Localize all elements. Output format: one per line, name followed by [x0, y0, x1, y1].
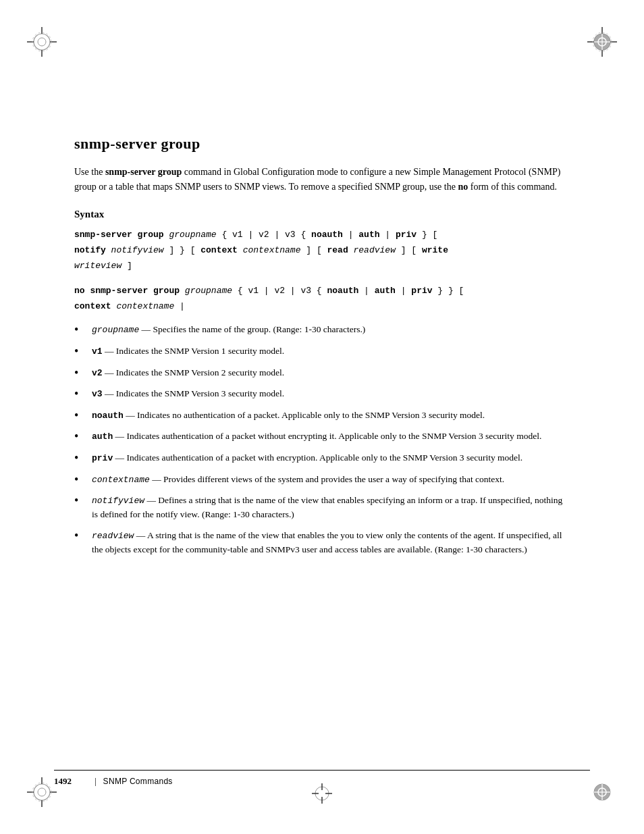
section-title: snmp-server group	[74, 135, 570, 153]
syntax-noauth: noauth	[311, 230, 343, 240]
term-v2: v2	[92, 368, 103, 378]
bullet-icon: •	[74, 451, 88, 466]
svg-point-1	[38, 38, 46, 46]
bullet-icon: •	[74, 409, 88, 423]
main-content: snmp-server group Use the snmp-server gr…	[74, 135, 570, 557]
bullet-icon: •	[74, 494, 88, 509]
syntax-bar2: |	[380, 230, 396, 240]
term-groupname: groupname	[92, 325, 139, 335]
list-item-notifyview: • notifyview — Defines a string that is …	[74, 494, 570, 522]
desc-v1: — Indicates the SNMP Version 1 security …	[103, 346, 285, 356]
svg-point-18	[34, 784, 50, 800]
syntax-rest-2: } [	[417, 230, 437, 240]
desc-auth: — Indicates authentication of a packet w…	[113, 431, 541, 441]
list-item-content: priv — Indicates authentication of a pac…	[92, 451, 522, 465]
desc-readview: — A string that is the name of the view …	[92, 530, 562, 554]
desc-v3: — Indicates the SNMP Version 3 security …	[103, 388, 285, 398]
bullet-icon: •	[74, 429, 88, 444]
syntax-no-auth: auth	[375, 286, 396, 296]
svg-point-6	[32, 32, 51, 51]
bullet-icon: •	[74, 344, 88, 359]
list-item-content: v3 — Indicates the SNMP Version 3 securi…	[92, 387, 284, 401]
syntax-end-bracket: ]	[122, 261, 132, 271]
syntax-no-bar2: |	[396, 286, 411, 296]
term-v1: v1	[92, 346, 103, 357]
bullet-icon: •	[74, 473, 88, 488]
syntax-no-bar1: |	[358, 286, 374, 296]
intro-text-start: Use the	[74, 167, 105, 177]
syntax-read-bold: read	[327, 245, 348, 255]
syntax-no-priv: priv	[411, 286, 432, 296]
parameter-list: • groupname — Specifies the name of the …	[74, 323, 570, 557]
syntax-groupname-italic: groupname	[164, 230, 217, 240]
syntax-block-2: no snmp-server group groupname { v1 | v2…	[74, 283, 570, 314]
syntax-no-ctx: contextname	[111, 301, 175, 311]
list-item-content: readview — A string that is the name of …	[92, 529, 570, 557]
page: snmp-server group Use the snmp-server gr…	[0, 0, 644, 834]
syntax-readview: readview	[348, 245, 396, 255]
syntax-rest-4: ] [	[300, 245, 327, 255]
corner-mark-tr	[576, 27, 617, 68]
list-item-v1: • v1 — Indicates the SNMP Version 1 secu…	[74, 344, 570, 359]
term-v3: v3	[92, 389, 103, 399]
intro-no: no	[458, 182, 468, 192]
syntax-notify-bold: notify	[74, 245, 106, 255]
list-item-groupname: • groupname — Specifies the name of the …	[74, 323, 570, 338]
term-contextname: contextname	[92, 475, 150, 485]
syntax-heading: Syntax	[74, 209, 570, 220]
syntax-no-pipe: |	[174, 301, 185, 311]
intro-paragraph: Use the snmp-server group command in Glo…	[74, 165, 570, 194]
desc-contextname: — Provides different views of the system…	[150, 474, 504, 484]
corner-mark-tl	[27, 27, 68, 68]
list-item-v3: • v3 — Indicates the SNMP Version 3 secu…	[74, 387, 570, 402]
desc-noauth: — Indicates no authentication of a packe…	[124, 410, 485, 420]
list-item-readview: • readview — A string that is the name o…	[74, 529, 570, 557]
list-item-content: auth — Indicates authentication of a pac…	[92, 429, 541, 444]
syntax-contextname: contextname	[238, 245, 301, 255]
list-item-contextname: • contextname — Provides different views…	[74, 473, 570, 488]
intro-text-end: form of this command.	[468, 182, 557, 192]
bullet-icon: •	[74, 366, 88, 381]
syntax-no-bold: no snmp-server group	[74, 286, 180, 296]
syntax-auth: auth	[358, 230, 379, 240]
footer-separator: |	[95, 776, 97, 787]
footer-page-number: 1492	[54, 776, 88, 787]
bullet-icon: •	[74, 387, 88, 402]
svg-point-24	[32, 783, 51, 802]
intro-cmd: snmp-server group	[105, 167, 182, 177]
list-item-content: v2 — Indicates the SNMP Version 2 securi…	[92, 366, 284, 380]
syntax-write-bold: write	[422, 245, 448, 255]
term-readview: readview	[92, 531, 134, 541]
term-priv: priv	[92, 453, 113, 463]
bullet-icon: •	[74, 323, 88, 338]
svg-point-0	[34, 34, 50, 50]
list-item-content: contextname — Provides different views o…	[92, 473, 504, 487]
syntax-no-groupname: groupname	[180, 286, 232, 296]
desc-v2: — Indicates the SNMP Version 2 security …	[103, 367, 285, 377]
list-item-content: groupname — Specifies the name of the gr…	[92, 323, 365, 337]
syntax-rest-3: ] } [	[164, 245, 201, 255]
footer-section-title: SNMP Commands	[103, 777, 173, 786]
term-notifyview: notifyview	[92, 496, 144, 506]
bullet-icon: •	[74, 529, 88, 544]
syntax-priv: priv	[396, 230, 417, 240]
desc-groupname: — Specifies the name of the group. (Rang…	[139, 324, 365, 334]
syntax-no-rest: { v1 | v2 | v3 {	[232, 286, 327, 296]
list-item-auth: • auth — Indicates authentication of a p…	[74, 429, 570, 444]
syntax-writeview: writeview	[74, 261, 122, 271]
svg-point-19	[38, 788, 46, 796]
syntax-no-rest2: } } [	[433, 286, 464, 296]
list-item-content: notifyview — Defines a string that is th…	[92, 494, 570, 522]
syntax-rest-1: { v1 | v2 | v3 {	[217, 230, 311, 240]
desc-priv: — Indicates authentication of a packet w…	[113, 452, 522, 463]
syntax-block-1: snmp-server group groupname { v1 | v2 | …	[74, 227, 570, 273]
list-item-noauth: • noauth — Indicates no authentication o…	[74, 409, 570, 423]
page-footer: 1492 | SNMP Commands	[54, 770, 590, 787]
syntax-notifyview: notifyview	[106, 245, 164, 255]
term-noauth: noauth	[92, 411, 124, 421]
list-item-content: noauth — Indicates no authentication of …	[92, 409, 485, 423]
syntax-rest-5: ] [	[396, 245, 422, 255]
syntax-no-context-bold: context	[74, 301, 111, 311]
list-item-priv: • priv — Indicates authentication of a p…	[74, 451, 570, 466]
syntax-context-bold: context	[200, 245, 238, 255]
